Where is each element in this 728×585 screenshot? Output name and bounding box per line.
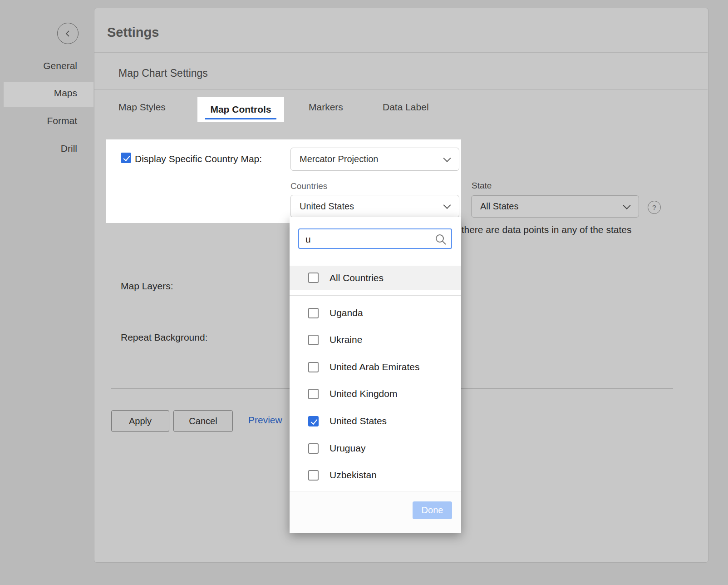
country-option-uruguay[interactable]: Uruguay [290, 435, 461, 462]
dropdown-footer: Done [290, 491, 461, 533]
checkbox[interactable] [308, 443, 319, 454]
display-country-label: Display Specific Country Map: [135, 154, 262, 164]
active-tab-underline [205, 118, 276, 119]
country-option-label: United States [330, 416, 387, 426]
countries-label: Countries [290, 181, 327, 191]
tab-map-controls-label: Map Controls [210, 104, 271, 115]
country-option-uzbekistan[interactable]: Uzbekistan [290, 461, 461, 489]
countries-select[interactable]: United States [290, 195, 459, 218]
done-button[interactable]: Done [413, 501, 452, 519]
chevron-down-icon [443, 201, 451, 209]
country-option-label: Uzbekistan [330, 470, 377, 481]
checkbox[interactable] [308, 389, 319, 399]
all-countries-checkbox[interactable] [308, 273, 319, 283]
country-search-box [298, 228, 452, 249]
country-option-label: United Arab Emirates [330, 362, 419, 372]
all-countries-label: All Countries [330, 273, 384, 283]
checkbox[interactable] [308, 416, 319, 426]
country-option-united-arab-emirates[interactable]: United Arab Emirates [290, 353, 461, 381]
projection-select[interactable]: Mercator Projection [290, 148, 459, 171]
screen: General Maps Format Drill Settings Map C… [0, 0, 728, 585]
country-search-input[interactable] [305, 231, 433, 248]
countries-select-value: United States [300, 201, 354, 212]
checkbox[interactable] [308, 470, 319, 481]
projection-select-value: Mercator Projection [300, 154, 378, 164]
country-option-united-states[interactable]: United States [290, 407, 461, 435]
country-option-united-kingdom[interactable]: United Kingdom [290, 380, 461, 407]
display-country-checkbox[interactable] [121, 153, 131, 163]
country-option-label: Uruguay [330, 443, 365, 454]
checkbox[interactable] [308, 362, 319, 372]
display-country-row: Display Specific Country Map: Mercator P… [106, 139, 461, 223]
divider [290, 295, 461, 296]
country-option-label: United Kingdom [330, 388, 397, 399]
all-countries-option[interactable]: All Countries [290, 266, 461, 290]
country-option-label: Uganda [330, 307, 363, 318]
country-option-uganda[interactable]: Uganda [290, 299, 461, 327]
countries-dropdown-panel: All Countries Uganda Ukraine United Arab… [290, 217, 461, 532]
tab-map-controls[interactable]: Map Controls [197, 97, 284, 122]
country-option-label: Ukraine [330, 334, 362, 345]
checkbox[interactable] [308, 308, 319, 318]
search-icon [435, 233, 447, 247]
country-option-ukraine[interactable]: Ukraine [290, 326, 461, 353]
chevron-down-icon [443, 154, 451, 162]
checkbox[interactable] [308, 335, 319, 345]
